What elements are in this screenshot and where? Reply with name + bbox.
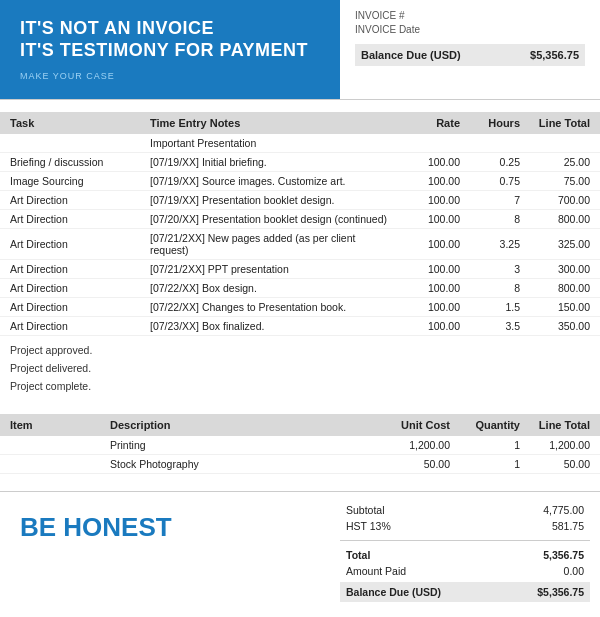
total-row: Total 5,356.75 [340,547,590,563]
table-row: Art Direction [07/20/XX] Presentation bo… [0,210,600,229]
invoice-header: IT'S NOT AN INVOICE IT'S TESTIMONY FOR P… [0,0,600,100]
invoice-number-row: INVOICE # [355,10,585,21]
footer-summary: Subtotal 4,775.00 HST 13% 581.75 Total 5… [340,502,600,602]
invoice-footer: BE HONEST Subtotal 4,775.00 HST 13% 581.… [0,491,600,612]
services-table-header: Task Time Entry Notes Rate Hours Line To… [0,112,600,134]
be-honest-label: BE HONEST [20,512,320,543]
hst-row: HST 13% 581.75 [340,518,590,534]
amount-paid-row: Amount Paid 0.00 [340,563,590,579]
invoice-title: IT'S NOT AN INVOICE IT'S TESTIMONY FOR P… [20,18,320,61]
subtotal-row: Subtotal 4,775.00 [340,502,590,518]
table-row: Stock Photography 50.00 1 50.00 [0,455,600,474]
header-invoice-info: INVOICE # INVOICE Date Balance Due (USD)… [340,0,600,99]
table-row: Printing 1,200.00 1 1,200.00 [0,436,600,455]
services-notes: Project approved. Project delivered. Pro… [0,336,600,402]
table-row: Art Direction [07/22/XX] Box design. 100… [0,279,600,298]
services-section: Task Time Entry Notes Rate Hours Line To… [0,112,600,402]
table-row: Art Direction [07/23/XX] Box finalized. … [0,317,600,336]
header-branding: IT'S NOT AN INVOICE IT'S TESTIMONY FOR P… [0,0,340,99]
header-balance-due: Balance Due (USD) $5,356.75 [355,44,585,66]
table-row: Art Direction [07/21/2XX] PPT presentati… [0,260,600,279]
table-row: Art Direction [07/21/2XX] New pages adde… [0,229,600,260]
table-row: Important Presentation [0,134,600,153]
footer-left: BE HONEST [0,502,340,602]
table-row: Image Sourcing [07/19/XX] Source images.… [0,172,600,191]
summary-divider [340,540,590,541]
invoice-date-row: INVOICE Date [355,24,585,35]
items-table-header: Item Description Unit Cost Quantity Line… [0,414,600,436]
balance-due-row: Balance Due (USD) $5,356.75 [340,582,590,602]
items-section: Item Description Unit Cost Quantity Line… [0,414,600,474]
table-row: Briefing / discussion [07/19/XX] Initial… [0,153,600,172]
table-row: Art Direction [07/19/XX] Presentation bo… [0,191,600,210]
tagline: MAKE YOUR CASE [20,71,320,81]
table-row: Art Direction [07/22/XX] Changes to Pres… [0,298,600,317]
